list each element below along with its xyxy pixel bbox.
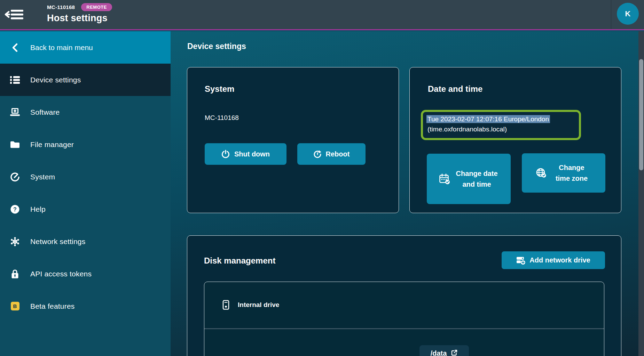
sidebar-item-label: Help bbox=[30, 205, 46, 213]
beta-icon: B bbox=[9, 302, 21, 310]
data-path-link[interactable]: /data bbox=[419, 345, 469, 356]
disk-card-title: Disk management bbox=[204, 256, 275, 266]
help-icon: ? bbox=[9, 204, 21, 214]
add-drive-icon bbox=[516, 256, 525, 265]
sidebar-item-label: API access tokens bbox=[30, 270, 92, 278]
external-link-icon bbox=[451, 349, 458, 356]
host-settings-app: MC-110168 REMOTE Host settings K Back to… bbox=[0, 0, 644, 356]
datetime-highlight-box[interactable]: Tue 2023-02-07 12:07:16 Europe/London (t… bbox=[421, 110, 581, 140]
sidebar-item-api-access-tokens[interactable]: API access tokens bbox=[0, 258, 171, 290]
datetime-card: Date and time Tue 2023-02-07 12:07:16 Eu… bbox=[409, 67, 621, 213]
shut-down-button[interactable]: Shut down bbox=[205, 143, 286, 165]
back-to-main-menu-button[interactable]: Back to main menu bbox=[0, 31, 171, 64]
back-label: Back to main menu bbox=[30, 43, 93, 52]
sidebar-item-label: Device settings bbox=[30, 76, 81, 84]
disk-management-card: Disk management Add network drive bbox=[187, 235, 621, 356]
sidebar-item-software[interactable]: Software bbox=[0, 96, 171, 128]
collapse-menu-icon[interactable] bbox=[5, 9, 24, 20]
ntp-server: (time.oxfordnanolabs.local) bbox=[426, 124, 575, 134]
svg-text:?: ? bbox=[13, 206, 17, 212]
scrollbar-thumb[interactable] bbox=[639, 59, 643, 170]
sidebar-item-beta-features[interactable]: B Beta features bbox=[0, 290, 171, 322]
internal-drive-label: Internal drive bbox=[238, 301, 279, 309]
chevron-left-icon bbox=[10, 43, 20, 52]
device-id: MC-110168 bbox=[47, 4, 75, 10]
device-settings-icon bbox=[9, 75, 21, 84]
sidebar-item-label: Software bbox=[30, 108, 60, 116]
sidebar-item-network-settings[interactable]: Network settings bbox=[0, 225, 171, 258]
selected-datetime-text: Tue 2023-02-07 12:07:16 Europe/London bbox=[426, 115, 550, 123]
user-avatar[interactable]: K bbox=[617, 3, 639, 25]
power-icon bbox=[221, 150, 230, 158]
software-icon bbox=[9, 108, 21, 117]
scrollbar-track[interactable] bbox=[638, 31, 644, 356]
avatar-initial: K bbox=[625, 9, 631, 18]
sidebar-item-system[interactable]: System bbox=[0, 161, 171, 193]
header-titles: MC-110168 REMOTE Host settings bbox=[47, 3, 112, 24]
system-device-name: MC-110168 bbox=[205, 114, 239, 122]
system-card-title: System bbox=[205, 84, 234, 94]
internal-drive-panel: Internal drive /data bbox=[204, 282, 604, 356]
calendar-check-icon bbox=[439, 173, 450, 185]
add-network-drive-button[interactable]: Add network drive bbox=[502, 251, 605, 269]
divider bbox=[204, 328, 604, 329]
remote-badge: REMOTE bbox=[81, 3, 112, 11]
globe-icon bbox=[536, 168, 547, 179]
internal-drive-header: Internal drive bbox=[222, 300, 279, 310]
folder-icon bbox=[9, 141, 21, 148]
data-path-label: /data bbox=[431, 349, 447, 356]
sidebar-item-label: System bbox=[30, 173, 55, 181]
main-content: Device settings System MC-110168 Shut do… bbox=[171, 31, 644, 356]
internal-drive-icon bbox=[222, 300, 230, 310]
datetime-card-title: Date and time bbox=[428, 84, 482, 94]
page-title: Host settings bbox=[47, 13, 112, 24]
current-datetime: Tue 2023-02-07 12:07:16 Europe/London bbox=[426, 114, 575, 124]
sidebar-item-file-manager[interactable]: File manager bbox=[0, 128, 171, 161]
sidebar-item-label: Beta features bbox=[30, 302, 75, 310]
system-card: System MC-110168 Shut down bbox=[187, 67, 399, 213]
sidebar-item-help[interactable]: ? Help bbox=[0, 193, 171, 225]
sidebar: Back to main menu Device settings bbox=[0, 31, 171, 356]
reboot-button[interactable]: Reboot bbox=[297, 143, 366, 165]
lock-icon bbox=[9, 269, 21, 279]
change-date-time-button[interactable]: Change date and time bbox=[427, 154, 511, 204]
gauge-icon bbox=[9, 172, 21, 182]
network-gear-icon bbox=[9, 237, 21, 246]
header: MC-110168 REMOTE Host settings K bbox=[0, 0, 644, 30]
section-heading: Device settings bbox=[187, 42, 246, 51]
reboot-icon bbox=[313, 150, 322, 158]
change-time-zone-button[interactable]: Change time zone bbox=[522, 153, 605, 193]
sidebar-item-device-settings[interactable]: Device settings bbox=[0, 64, 171, 96]
header-divider bbox=[611, 0, 611, 29]
sidebar-item-label: Network settings bbox=[30, 237, 85, 246]
sidebar-item-label: File manager bbox=[30, 140, 74, 149]
